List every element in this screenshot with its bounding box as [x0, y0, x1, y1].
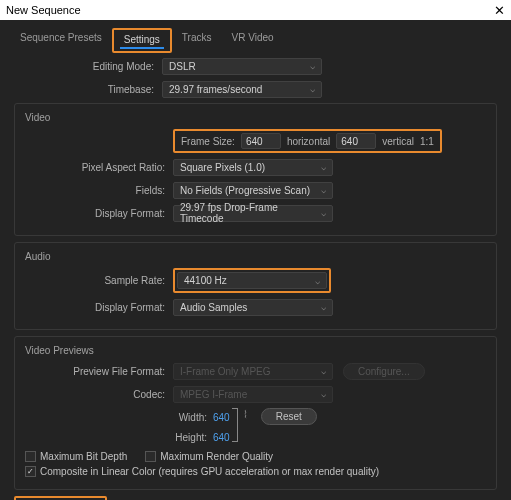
frame-width-input[interactable]: 640 — [241, 133, 281, 149]
preview-width-label: Width: — [173, 412, 213, 423]
configure-button: Configure... — [343, 363, 425, 380]
par-select[interactable]: Square Pixels (1.0) ⌵ — [173, 159, 333, 176]
codec-label: Codec: — [25, 389, 173, 400]
editing-mode-value: DSLR — [169, 61, 196, 72]
horizontal-label: horizontal — [287, 136, 330, 147]
fields-select[interactable]: No Fields (Progressive Scan) ⌵ — [173, 182, 333, 199]
vertical-label: vertical — [382, 136, 414, 147]
video-display-format-value: 29.97 fps Drop-Frame Timecode — [180, 202, 321, 224]
editing-mode-select[interactable]: DSLR ⌵ — [162, 58, 322, 75]
bracket-icon — [232, 408, 238, 442]
frame-height-input[interactable]: 640 — [336, 133, 376, 149]
audio-display-format-label: Display Format: — [25, 302, 173, 313]
audio-title: Audio — [25, 251, 486, 262]
video-title: Video — [25, 112, 486, 123]
video-previews-section: Video Previews Preview File Format: I-Fr… — [14, 336, 497, 490]
tab-sequence-presets[interactable]: Sequence Presets — [10, 28, 112, 53]
tab-bar: Sequence Presets Settings Tracks VR Vide… — [0, 20, 511, 53]
preview-format-select: I-Frame Only MPEG ⌵ — [173, 363, 333, 380]
par-label: Pixel Aspect Ratio: — [25, 162, 173, 173]
preview-format-value: I-Frame Only MPEG — [180, 366, 271, 377]
preview-width-value[interactable]: 640 — [213, 412, 230, 423]
video-display-format-label: Display Format: — [25, 208, 173, 219]
link-icon[interactable]: 𝄔 — [244, 408, 247, 421]
fields-label: Fields: — [25, 185, 173, 196]
chevron-down-icon: ⌵ — [310, 61, 315, 71]
chevron-down-icon: ⌵ — [310, 84, 315, 94]
chevron-down-icon: ⌵ — [321, 208, 326, 218]
chevron-down-icon: ⌵ — [321, 366, 326, 376]
aspect-ratio-value: 1:1 — [420, 136, 434, 147]
timebase-value: 29.97 frames/second — [169, 84, 262, 95]
highlight-frame-size: Frame Size: 640 horizontal 640 vertical … — [173, 129, 442, 153]
tab-vr-video[interactable]: VR Video — [222, 28, 284, 53]
audio-display-format-value: Audio Samples — [180, 302, 247, 313]
reset-button[interactable]: Reset — [261, 408, 317, 425]
chevron-down-icon: ⌵ — [315, 276, 320, 286]
highlight-save-preset: Save Preset... — [14, 496, 107, 500]
sample-rate-select[interactable]: 44100 Hz ⌵ — [177, 272, 327, 289]
audio-display-format-select[interactable]: Audio Samples ⌵ — [173, 299, 333, 316]
codec-select: MPEG I-Frame ⌵ — [173, 386, 333, 403]
chevron-down-icon: ⌵ — [321, 185, 326, 195]
previews-title: Video Previews — [25, 345, 486, 356]
editing-mode-label: Editing Mode: — [14, 61, 162, 72]
sample-rate-label: Sample Rate: — [25, 275, 173, 286]
preview-height-value[interactable]: 640 — [213, 432, 230, 443]
highlight-settings-tab: Settings — [112, 28, 172, 53]
window-title: New Sequence — [6, 4, 81, 16]
audio-section: Audio Sample Rate: 44100 Hz ⌵ Display Fo… — [14, 242, 497, 330]
timebase-label: Timebase: — [14, 84, 162, 95]
max-render-quality-label: Maximum Render Quality — [160, 451, 273, 462]
tab-tracks[interactable]: Tracks — [172, 28, 222, 53]
title-bar: New Sequence ✕ — [0, 0, 511, 20]
timebase-select[interactable]: 29.97 frames/second ⌵ — [162, 81, 322, 98]
composite-linear-checkbox[interactable]: ✓ — [25, 466, 36, 477]
preview-format-label: Preview File Format: — [25, 366, 173, 377]
par-value: Square Pixels (1.0) — [180, 162, 265, 173]
tab-settings[interactable]: Settings — [120, 32, 164, 49]
video-display-format-select[interactable]: 29.97 fps Drop-Frame Timecode ⌵ — [173, 205, 333, 222]
frame-size-text: Frame Size: — [181, 136, 235, 147]
chevron-down-icon: ⌵ — [321, 302, 326, 312]
max-render-quality-checkbox[interactable] — [145, 451, 156, 462]
chevron-down-icon: ⌵ — [321, 162, 326, 172]
fields-value: No Fields (Progressive Scan) — [180, 185, 310, 196]
max-bit-depth-label: Maximum Bit Depth — [40, 451, 127, 462]
max-bit-depth-checkbox[interactable] — [25, 451, 36, 462]
chevron-down-icon: ⌵ — [321, 389, 326, 399]
sample-rate-value: 44100 Hz — [184, 275, 227, 286]
composite-linear-label: Composite in Linear Color (requires GPU … — [40, 466, 379, 477]
close-icon[interactable]: ✕ — [494, 3, 505, 18]
codec-value: MPEG I-Frame — [180, 389, 247, 400]
highlight-sample-rate: 44100 Hz ⌵ — [173, 268, 331, 293]
preview-height-label: Height: — [173, 432, 213, 443]
video-section: Video Frame Size: 640 horizontal 640 ver… — [14, 103, 497, 236]
